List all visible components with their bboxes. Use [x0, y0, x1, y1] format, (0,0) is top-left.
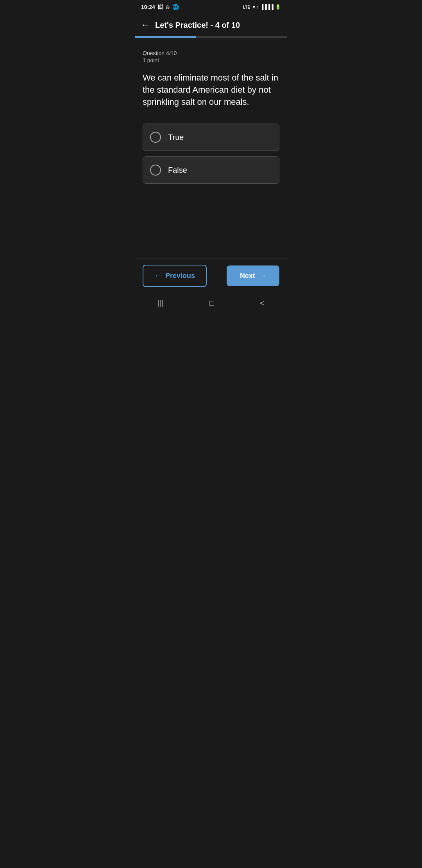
question-meta: Question 4/10 1 point: [143, 50, 279, 69]
android-back-icon[interactable]: <: [260, 299, 265, 308]
option-false-label: False: [168, 166, 187, 175]
lte-badge: LTE: [243, 5, 250, 9]
photo-icon: 🖼: [157, 4, 163, 10]
app-header: ← Let's Practice! - 4 of 10: [135, 14, 287, 36]
question-points: 1 point: [143, 57, 279, 63]
option-true-label: True: [168, 133, 184, 142]
previous-button[interactable]: ← Previous: [143, 265, 207, 287]
option-false[interactable]: False: [143, 156, 279, 184]
bottom-nav: ← Previous Next →: [135, 258, 287, 293]
options-container: True False: [143, 124, 279, 184]
page-title: Let's Practice! - 4 of 10: [155, 21, 240, 30]
main-content: Question 4/10 1 point We can eliminate m…: [135, 38, 287, 258]
vpn-icon: 🌐: [172, 4, 179, 10]
option-true[interactable]: True: [143, 124, 279, 151]
next-label: Next: [240, 272, 255, 280]
android-nav-bar: ||| □ <: [135, 293, 287, 313]
do-not-disturb-icon: ⊖: [165, 4, 170, 10]
question-number: Question 4/10: [143, 50, 279, 56]
radio-false[interactable]: [150, 165, 161, 176]
previous-label: Previous: [165, 272, 195, 280]
status-time: 10:24: [141, 4, 155, 10]
signal-bars-icon: ▐▐▐▐: [260, 4, 274, 10]
android-menu-icon[interactable]: |||: [157, 299, 164, 308]
battery-icon: 🔋: [275, 4, 281, 10]
question-text: We can eliminate most of the salt in the…: [143, 72, 279, 108]
status-left: 10:24 🖼 ⊖ 🌐: [141, 4, 179, 10]
next-arrow-icon: →: [259, 272, 266, 280]
back-button[interactable]: ←: [141, 21, 150, 29]
status-bar: 10:24 🖼 ⊖ 🌐 LTE ▼↑ ▐▐▐▐ 🔋: [135, 0, 287, 14]
signal-icon: ▼↑: [252, 4, 259, 10]
status-icons: LTE ▼↑ ▐▐▐▐ 🔋: [243, 4, 281, 10]
previous-arrow-icon: ←: [154, 272, 161, 280]
radio-true[interactable]: [150, 132, 161, 143]
back-arrow-icon: ←: [141, 20, 150, 30]
android-home-icon[interactable]: □: [209, 299, 214, 308]
next-button[interactable]: Next →: [227, 265, 279, 286]
